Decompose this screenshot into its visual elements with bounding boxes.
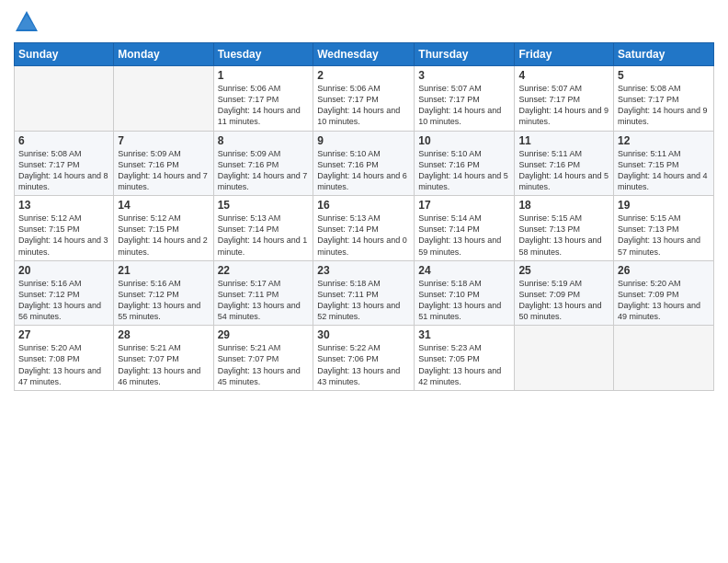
calendar-cell: 29Sunrise: 5:21 AM Sunset: 7:07 PM Dayli… xyxy=(213,326,313,391)
header-cell-monday: Monday xyxy=(114,43,213,66)
calendar-cell: 28Sunrise: 5:21 AM Sunset: 7:07 PM Dayli… xyxy=(114,326,213,391)
calendar-cell: 4Sunrise: 5:07 AM Sunset: 7:17 PM Daylig… xyxy=(515,66,614,132)
day-info: Sunrise: 5:10 AM Sunset: 7:16 PM Dayligh… xyxy=(418,148,510,193)
calendar-cell: 18Sunrise: 5:15 AM Sunset: 7:13 PM Dayli… xyxy=(515,196,614,261)
day-number: 4 xyxy=(518,69,609,82)
calendar-cell: 21Sunrise: 5:16 AM Sunset: 7:12 PM Dayli… xyxy=(114,260,213,326)
header-cell-saturday: Saturday xyxy=(614,43,714,66)
day-number: 8 xyxy=(218,134,310,147)
day-info: Sunrise: 5:18 AM Sunset: 7:11 PM Dayligh… xyxy=(317,278,410,323)
logo-icon xyxy=(14,9,40,35)
day-number: 9 xyxy=(317,134,410,147)
calendar-cell: 25Sunrise: 5:19 AM Sunset: 7:09 PM Dayli… xyxy=(515,260,614,326)
day-info: Sunrise: 5:06 AM Sunset: 7:17 PM Dayligh… xyxy=(317,83,410,128)
day-number: 23 xyxy=(317,264,410,277)
day-number: 13 xyxy=(18,199,109,212)
calendar-cell: 9Sunrise: 5:10 AM Sunset: 7:16 PM Daylig… xyxy=(313,131,415,196)
header-cell-friday: Friday xyxy=(515,43,614,66)
day-number: 30 xyxy=(317,328,410,341)
calendar-cell: 17Sunrise: 5:14 AM Sunset: 7:14 PM Dayli… xyxy=(415,196,515,261)
calendar-cell: 24Sunrise: 5:18 AM Sunset: 7:10 PM Dayli… xyxy=(415,260,515,326)
day-info: Sunrise: 5:16 AM Sunset: 7:12 PM Dayligh… xyxy=(18,278,109,323)
calendar-cell: 19Sunrise: 5:15 AM Sunset: 7:13 PM Dayli… xyxy=(614,196,714,261)
calendar-cell: 15Sunrise: 5:13 AM Sunset: 7:14 PM Dayli… xyxy=(213,196,313,261)
logo xyxy=(14,9,43,35)
day-info: Sunrise: 5:14 AM Sunset: 7:14 PM Dayligh… xyxy=(418,213,510,258)
day-number: 10 xyxy=(418,134,510,147)
calendar-cell xyxy=(614,326,714,391)
day-info: Sunrise: 5:09 AM Sunset: 7:16 PM Dayligh… xyxy=(218,148,310,193)
calendar-cell: 7Sunrise: 5:09 AM Sunset: 7:16 PM Daylig… xyxy=(114,131,213,196)
day-info: Sunrise: 5:07 AM Sunset: 7:17 PM Dayligh… xyxy=(518,83,609,128)
day-number: 26 xyxy=(618,264,710,277)
calendar-cell xyxy=(515,326,614,391)
day-number: 31 xyxy=(418,328,510,341)
day-info: Sunrise: 5:08 AM Sunset: 7:17 PM Dayligh… xyxy=(618,83,710,128)
day-info: Sunrise: 5:11 AM Sunset: 7:15 PM Dayligh… xyxy=(618,148,710,193)
day-info: Sunrise: 5:12 AM Sunset: 7:15 PM Dayligh… xyxy=(118,213,209,258)
day-number: 22 xyxy=(218,264,310,277)
day-number: 16 xyxy=(317,199,410,212)
calendar-cell: 14Sunrise: 5:12 AM Sunset: 7:15 PM Dayli… xyxy=(114,196,213,261)
day-info: Sunrise: 5:22 AM Sunset: 7:06 PM Dayligh… xyxy=(317,342,410,387)
day-info: Sunrise: 5:15 AM Sunset: 7:13 PM Dayligh… xyxy=(518,213,609,258)
week-row-4: 27Sunrise: 5:20 AM Sunset: 7:08 PM Dayli… xyxy=(15,326,714,391)
calendar-cell: 5Sunrise: 5:08 AM Sunset: 7:17 PM Daylig… xyxy=(614,66,714,132)
day-number: 29 xyxy=(218,328,310,341)
svg-marker-1 xyxy=(17,15,36,29)
week-row-3: 20Sunrise: 5:16 AM Sunset: 7:12 PM Dayli… xyxy=(15,260,714,326)
calendar-header: SundayMondayTuesdayWednesdayThursdayFrid… xyxy=(15,43,714,66)
day-info: Sunrise: 5:18 AM Sunset: 7:10 PM Dayligh… xyxy=(418,278,510,323)
header-cell-tuesday: Tuesday xyxy=(213,43,313,66)
day-number: 2 xyxy=(317,69,410,82)
day-number: 25 xyxy=(518,264,609,277)
calendar-cell: 3Sunrise: 5:07 AM Sunset: 7:17 PM Daylig… xyxy=(415,66,515,132)
calendar-cell: 11Sunrise: 5:11 AM Sunset: 7:16 PM Dayli… xyxy=(515,131,614,196)
day-info: Sunrise: 5:06 AM Sunset: 7:17 PM Dayligh… xyxy=(218,83,310,128)
day-number: 24 xyxy=(418,264,510,277)
day-number: 27 xyxy=(18,328,109,341)
day-number: 5 xyxy=(618,69,710,82)
header-cell-wednesday: Wednesday xyxy=(313,43,415,66)
calendar-cell: 20Sunrise: 5:16 AM Sunset: 7:12 PM Dayli… xyxy=(15,260,114,326)
calendar-cell: 10Sunrise: 5:10 AM Sunset: 7:16 PM Dayli… xyxy=(415,131,515,196)
day-number: 15 xyxy=(218,199,310,212)
calendar-cell: 23Sunrise: 5:18 AM Sunset: 7:11 PM Dayli… xyxy=(313,260,415,326)
calendar-cell xyxy=(114,66,213,132)
day-info: Sunrise: 5:13 AM Sunset: 7:14 PM Dayligh… xyxy=(218,213,310,258)
calendar-cell: 22Sunrise: 5:17 AM Sunset: 7:11 PM Dayli… xyxy=(213,260,313,326)
day-info: Sunrise: 5:12 AM Sunset: 7:15 PM Dayligh… xyxy=(18,213,109,258)
calendar-body: 1Sunrise: 5:06 AM Sunset: 7:17 PM Daylig… xyxy=(15,66,714,391)
day-number: 14 xyxy=(118,199,209,212)
header-cell-thursday: Thursday xyxy=(415,43,515,66)
day-number: 28 xyxy=(118,328,209,341)
calendar-cell: 13Sunrise: 5:12 AM Sunset: 7:15 PM Dayli… xyxy=(15,196,114,261)
day-number: 3 xyxy=(418,69,510,82)
day-info: Sunrise: 5:15 AM Sunset: 7:13 PM Dayligh… xyxy=(618,213,710,258)
day-number: 18 xyxy=(518,199,609,212)
calendar-cell: 26Sunrise: 5:20 AM Sunset: 7:09 PM Dayli… xyxy=(614,260,714,326)
day-info: Sunrise: 5:11 AM Sunset: 7:16 PM Dayligh… xyxy=(518,148,609,193)
day-info: Sunrise: 5:20 AM Sunset: 7:09 PM Dayligh… xyxy=(618,278,710,323)
day-number: 1 xyxy=(218,69,310,82)
day-info: Sunrise: 5:13 AM Sunset: 7:14 PM Dayligh… xyxy=(317,213,410,258)
week-row-1: 6Sunrise: 5:08 AM Sunset: 7:17 PM Daylig… xyxy=(15,131,714,196)
day-info: Sunrise: 5:10 AM Sunset: 7:16 PM Dayligh… xyxy=(317,148,410,193)
calendar-cell xyxy=(15,66,114,132)
header xyxy=(14,9,714,35)
day-number: 7 xyxy=(118,134,209,147)
calendar-cell: 1Sunrise: 5:06 AM Sunset: 7:17 PM Daylig… xyxy=(213,66,313,132)
calendar-cell: 31Sunrise: 5:23 AM Sunset: 7:05 PM Dayli… xyxy=(415,326,515,391)
day-number: 21 xyxy=(118,264,209,277)
calendar-cell: 6Sunrise: 5:08 AM Sunset: 7:17 PM Daylig… xyxy=(15,131,114,196)
day-info: Sunrise: 5:21 AM Sunset: 7:07 PM Dayligh… xyxy=(218,342,310,387)
day-number: 19 xyxy=(618,199,710,212)
calendar-cell: 27Sunrise: 5:20 AM Sunset: 7:08 PM Dayli… xyxy=(15,326,114,391)
calendar-cell: 12Sunrise: 5:11 AM Sunset: 7:15 PM Dayli… xyxy=(614,131,714,196)
day-info: Sunrise: 5:17 AM Sunset: 7:11 PM Dayligh… xyxy=(218,278,310,323)
calendar-cell: 16Sunrise: 5:13 AM Sunset: 7:14 PM Dayli… xyxy=(313,196,415,261)
day-info: Sunrise: 5:19 AM Sunset: 7:09 PM Dayligh… xyxy=(518,278,609,323)
day-number: 17 xyxy=(418,199,510,212)
day-number: 6 xyxy=(18,134,109,147)
day-info: Sunrise: 5:20 AM Sunset: 7:08 PM Dayligh… xyxy=(18,342,109,387)
